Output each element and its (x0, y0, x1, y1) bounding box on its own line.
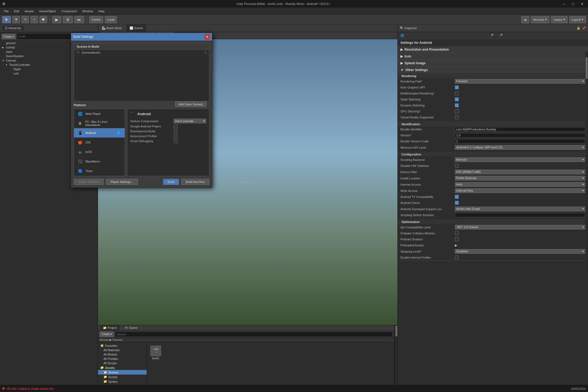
tool-hand[interactable]: ✋ (2, 16, 11, 23)
hierarchy-create-button[interactable]: Create ▾ (2, 34, 16, 39)
vr-supported-checkbox[interactable] (455, 115, 459, 119)
layout-button[interactable]: Layout ▾ (569, 16, 586, 23)
tab-scene[interactable]: ⬜ Scene (126, 24, 147, 32)
dynamic-batching-checkbox[interactable]: ✓ (455, 103, 459, 107)
project-search-input[interactable] (117, 333, 391, 336)
platform-web-player[interactable]: 🌐 Web Player (74, 109, 125, 119)
tree-all-prefabs[interactable]: All Prefabs (98, 357, 147, 361)
platform-tvos[interactable]: 📺 tvOS (74, 147, 125, 157)
texture-compression-dropdown[interactable]: Don't override▾ (174, 119, 206, 123)
project-scrollbar[interactable] (395, 325, 397, 385)
asset-level1[interactable]: 🎬 level1 (149, 344, 162, 361)
tree-favorites[interactable]: ⭐ Favorites (98, 343, 147, 348)
scripting-define-input[interactable] (455, 213, 585, 217)
build-and-run-button[interactable]: Build And Run (181, 179, 209, 185)
gpu-skinning-checkbox[interactable] (455, 109, 459, 113)
scripting-backend-dropdown[interactable]: Mono2x▾ (455, 157, 585, 162)
switch-platform-button[interactable]: Switch Platform (74, 179, 104, 185)
play-button[interactable]: ▶ (52, 16, 61, 23)
inspector-scrollbar-thumb[interactable] (586, 57, 588, 79)
prebake-meshes-checkbox[interactable] (455, 231, 459, 235)
tree-assets[interactable]: 📁 Assets (98, 365, 147, 370)
tree-all-materials[interactable]: All Materials (98, 348, 147, 352)
tree-all-models[interactable]: All Models (98, 352, 147, 357)
platform-android[interactable]: 📱 Android 🔷 (74, 128, 125, 138)
menu-window[interactable]: Window (79, 9, 96, 13)
min-api-dropdown[interactable]: Android 5.1 'Lollipop' (API level 22)▾ (455, 145, 585, 150)
icon-header[interactable]: ▶ Icon (398, 53, 588, 60)
menu-edit[interactable]: Edit (11, 9, 22, 13)
api-compat-dropdown[interactable]: .NET 2.0 Subset▾ (455, 225, 585, 229)
layers-button[interactable]: Layers ▾ (551, 16, 568, 23)
android-game-checkbox[interactable]: ✓ (455, 201, 459, 205)
splash-header[interactable]: ▶ Splash Image (398, 60, 588, 66)
android-tv-checkbox[interactable]: ✓ (455, 195, 459, 199)
close-button[interactable]: ✕ (578, 1, 586, 7)
tree-scripts-folder[interactable]: 📁 Scripts (98, 375, 147, 379)
tool-rotate[interactable]: ↺ (22, 16, 29, 23)
cloud-button[interactable]: ☁ (521, 16, 529, 23)
menu-component[interactable]: Component (59, 9, 79, 13)
local-global-button[interactable]: Local (105, 16, 117, 23)
stripping-level-dropdown[interactable]: Disabled▾ (455, 249, 585, 254)
maximize-button[interactable]: □ (570, 1, 576, 7)
project-create-button[interactable]: Create ▾ (100, 332, 114, 337)
inspector-tab[interactable]: 🔍 Inspector (400, 26, 417, 30)
add-open-scenes-button[interactable]: Add Open Scenes (175, 102, 206, 107)
platform-ios[interactable]: 🍎 iOS (74, 138, 125, 147)
menu-assets[interactable]: Assets (22, 9, 36, 13)
tree-scenes-folder[interactable]: 📁 Scenes (98, 370, 147, 375)
install-location-dropdown[interactable]: Prefer External▾ (455, 176, 585, 180)
enable-profiler-checkbox[interactable] (455, 256, 459, 259)
project-tab[interactable]: 📁 Project (100, 326, 120, 330)
pause-button[interactable]: ⏸ (63, 16, 73, 23)
version-input[interactable] (455, 133, 585, 137)
tree-all-scripts[interactable]: All Scripts (98, 361, 147, 365)
tab-asset-store[interactable]: 🏪 Asset Store (98, 24, 126, 32)
platform-blackberry[interactable]: ⬛ BlackBerry (74, 157, 125, 166)
scene-checkbox[interactable]: ☑ (77, 51, 79, 54)
menu-file[interactable]: File (1, 9, 11, 13)
platform-standalone[interactable]: 🖥 PC, Mac & Linux Standalone (74, 119, 125, 128)
window-controls[interactable]: ─ □ ✕ (561, 1, 586, 7)
tool-rect[interactable]: ⬟ (39, 16, 47, 23)
internet-access-dropdown[interactable]: Auto▾ (455, 182, 585, 187)
lock-icon[interactable]: 🔒 (577, 26, 580, 30)
build-button[interactable]: Build (163, 179, 179, 185)
hierarchy-tab[interactable]: ☰ Hierarchy (2, 26, 24, 30)
inspector-scrollbar[interactable] (585, 52, 588, 270)
tool-move[interactable]: ✥ (13, 16, 20, 23)
dialog-close-button[interactable]: ✕ (204, 34, 210, 39)
preload-shaders-checkbox[interactable] (455, 237, 459, 241)
mic2-icon[interactable]: 🎤 (499, 34, 503, 37)
step-button[interactable]: ⏭ (74, 16, 84, 23)
minimize-button[interactable]: ─ (561, 1, 568, 7)
build-settings-dialog[interactable]: Build Settings ✕ Scenes In Build ☑ Scene… (71, 33, 212, 188)
development-build-checkbox[interactable] (174, 129, 177, 133)
bundle-id-input[interactable] (455, 127, 585, 131)
bundle-version-code-input[interactable] (455, 139, 585, 143)
gamepad-support-dropdown[interactable]: Works with D-pad▾ (455, 207, 585, 211)
google-android-checkbox[interactable] (174, 124, 177, 128)
tree-sprites-folder[interactable]: 📁 Sprites (98, 379, 147, 384)
write-access-dropdown[interactable]: Internal Only▾ (455, 188, 585, 193)
platform-tizen[interactable]: 🔵 Tizen (74, 166, 125, 176)
center-pivot-button[interactable]: Center (89, 16, 103, 23)
disable-hw-stats-checkbox[interactable] (455, 164, 459, 168)
auto-graphics-checkbox[interactable]: ✓ (455, 85, 459, 89)
scene-list-item[interactable]: ☑ Scenes/level1 0 (74, 50, 209, 55)
multithreaded-checkbox[interactable] (455, 91, 459, 95)
player-settings-button[interactable]: Player Settings... (106, 179, 138, 185)
device-filter-dropdown[interactable]: FAT (ARMv7+x86)▾ (455, 170, 585, 174)
other-settings-header[interactable]: ▼ Other Settings (398, 67, 588, 73)
menu-help[interactable]: Help (96, 9, 107, 13)
pin-icon[interactable]: 📌 (582, 26, 586, 30)
rendering-path-dropdown[interactable]: Forward▾ (455, 79, 585, 84)
tool-scale[interactable]: ⤢ (30, 16, 38, 23)
account-button[interactable]: Account ▾ (531, 16, 549, 23)
static-batching-checkbox[interactable]: ✓ (455, 97, 459, 101)
preloaded-assets-arrow[interactable]: ▶ (455, 244, 457, 247)
game-tab[interactable]: 🎮 Game (122, 326, 140, 330)
resolution-header[interactable]: ▶ Resolution and Presentation (398, 46, 588, 53)
scrollbar-thumb[interactable] (395, 326, 397, 336)
